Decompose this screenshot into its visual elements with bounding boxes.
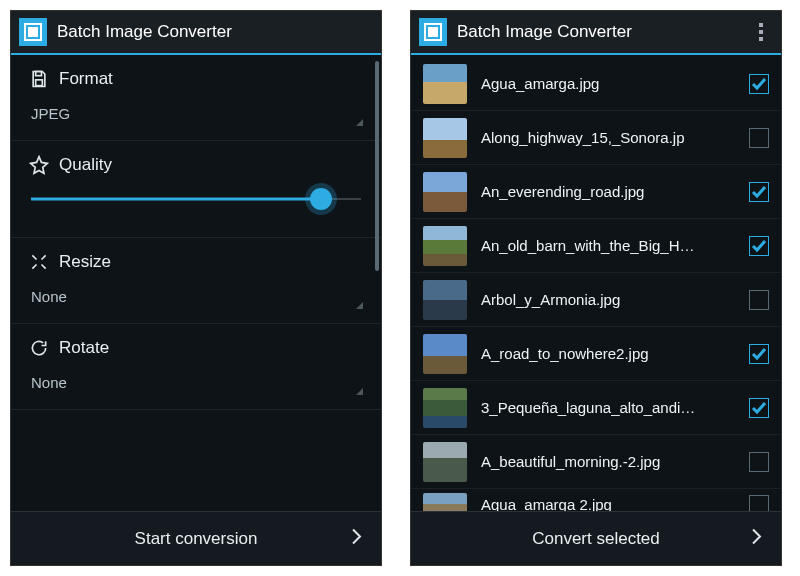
format-value: JPEG: [31, 105, 70, 122]
file-name: Along_highway_15,_Sonora.jp: [481, 129, 735, 146]
file-name: An_everending_road.jpg: [481, 183, 735, 200]
list-item[interactable]: Agua_amarga 2.jpg: [411, 489, 781, 511]
svg-rect-5: [428, 27, 438, 37]
list-item[interactable]: Along_highway_15,_Sonora.jp: [411, 111, 781, 165]
save-icon: [29, 69, 49, 89]
file-name: Arbol_y_Armonia.jpg: [481, 291, 735, 308]
file-list-screen: Batch Image Converter Agua_amarga.jpgAlo…: [410, 10, 782, 566]
resize-label: Resize: [59, 252, 111, 272]
quality-slider[interactable]: [31, 189, 361, 209]
svg-rect-1: [28, 27, 38, 37]
thumbnail: [423, 118, 467, 158]
action-bar: Batch Image Converter: [411, 11, 781, 55]
slider-thumb[interactable]: [310, 188, 332, 210]
thumbnail: [423, 493, 467, 512]
chevron-right-icon: [349, 526, 363, 551]
resize-header: Resize: [29, 252, 363, 272]
checkbox[interactable]: [749, 236, 769, 256]
list-item[interactable]: Agua_amarga.jpg: [411, 57, 781, 111]
convert-selected-button[interactable]: Convert selected: [411, 511, 781, 565]
checkbox[interactable]: [749, 128, 769, 148]
thumbnail: [423, 64, 467, 104]
resize-value: None: [31, 288, 67, 305]
file-list: Agua_amarga.jpgAlong_highway_15,_Sonora.…: [411, 55, 781, 511]
checkbox[interactable]: [749, 182, 769, 202]
svg-rect-3: [36, 80, 43, 86]
quality-section: Quality: [11, 141, 381, 238]
settings-screen: Batch Image Converter Format JPEG Qualit…: [10, 10, 382, 566]
rotate-spinner[interactable]: None: [29, 366, 363, 403]
file-name: Agua_amarga.jpg: [481, 75, 735, 92]
action-bar: Batch Image Converter: [11, 11, 381, 55]
thumbnail: [423, 280, 467, 320]
list-item[interactable]: An_everending_road.jpg: [411, 165, 781, 219]
quality-label: Quality: [59, 155, 112, 175]
star-icon: [29, 155, 49, 175]
file-name: An_old_barn_with_the_Big_H…: [481, 237, 735, 254]
format-header: Format: [29, 69, 363, 89]
file-name: A_road_to_nowhere2.jpg: [481, 345, 735, 362]
app-icon: [19, 18, 47, 46]
start-conversion-button[interactable]: Start conversion: [11, 511, 381, 565]
thumbnail: [423, 226, 467, 266]
start-conversion-label: Start conversion: [135, 529, 258, 549]
thumbnail: [423, 334, 467, 374]
list-item[interactable]: A_road_to_nowhere2.jpg: [411, 327, 781, 381]
file-name: 3_Pequeña_laguna_alto_andi…: [481, 399, 735, 416]
rotate-value: None: [31, 374, 67, 391]
rotate-section: Rotate None: [11, 324, 381, 410]
list-item[interactable]: A_beautiful_morning.-2.jpg: [411, 435, 781, 489]
checkbox[interactable]: [749, 74, 769, 94]
list-item[interactable]: Arbol_y_Armonia.jpg: [411, 273, 781, 327]
slider-fill: [31, 198, 321, 201]
checkbox[interactable]: [749, 452, 769, 472]
rotate-header: Rotate: [29, 338, 363, 358]
settings-content: Format JPEG Quality Resize: [11, 55, 381, 511]
file-name: Agua_amarga 2.jpg: [481, 496, 735, 511]
scrollbar[interactable]: [375, 61, 379, 271]
convert-selected-label: Convert selected: [532, 529, 660, 549]
app-icon: [419, 18, 447, 46]
list-item[interactable]: 3_Pequeña_laguna_alto_andi…: [411, 381, 781, 435]
app-title: Batch Image Converter: [457, 22, 739, 42]
thumbnail: [423, 388, 467, 428]
app-title: Batch Image Converter: [57, 22, 373, 42]
checkbox[interactable]: [749, 398, 769, 418]
checkbox[interactable]: [749, 290, 769, 310]
resize-spinner[interactable]: None: [29, 280, 363, 317]
quality-header: Quality: [29, 155, 363, 175]
rotate-label: Rotate: [59, 338, 109, 358]
checkbox[interactable]: [749, 495, 769, 512]
chevron-right-icon: [749, 526, 763, 551]
list-item[interactable]: An_old_barn_with_the_Big_H…: [411, 219, 781, 273]
resize-icon: [29, 252, 49, 272]
format-label: Format: [59, 69, 113, 89]
format-spinner[interactable]: JPEG: [29, 97, 363, 134]
svg-rect-2: [36, 72, 42, 76]
format-section: Format JPEG: [11, 55, 381, 141]
rotate-icon: [29, 338, 49, 358]
checkbox[interactable]: [749, 344, 769, 364]
thumbnail: [423, 442, 467, 482]
thumbnail: [423, 172, 467, 212]
resize-section: Resize None: [11, 238, 381, 324]
overflow-menu-icon[interactable]: [749, 19, 773, 45]
file-name: A_beautiful_morning.-2.jpg: [481, 453, 735, 470]
